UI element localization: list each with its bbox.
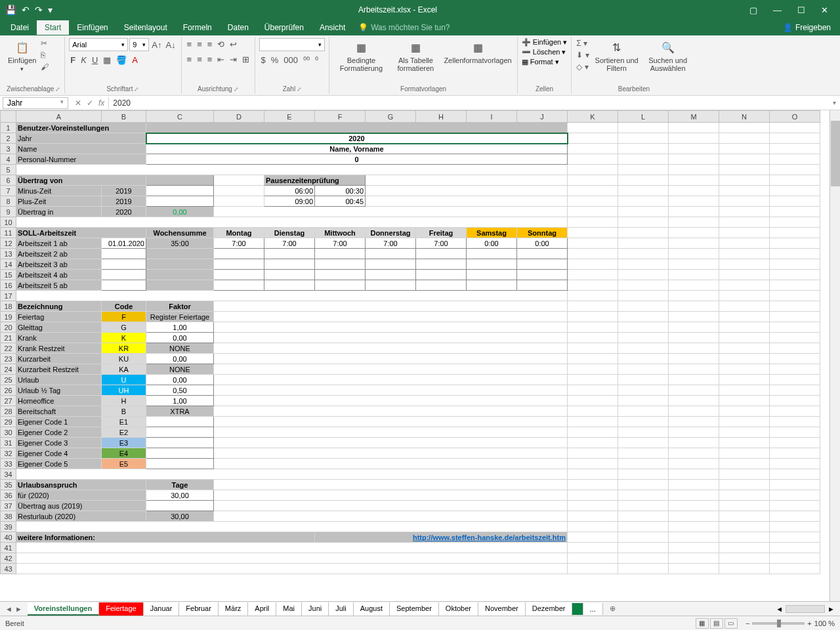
sheet-tab[interactable]: September xyxy=(390,602,439,616)
zoom-out-icon[interactable]: − xyxy=(746,620,749,627)
cell[interactable]: Übertrag in xyxy=(16,207,102,217)
font-name-select[interactable]: Arial▾ xyxy=(69,38,128,51)
cell[interactable] xyxy=(618,270,669,280)
sheet-tab[interactable]: August xyxy=(354,602,390,616)
cell[interactable]: 00:30 xyxy=(315,186,366,196)
row-header[interactable]: 18 xyxy=(1,301,16,312)
col-header[interactable]: C xyxy=(146,111,214,123)
cell[interactable] xyxy=(669,385,719,396)
cell[interactable]: Freitag xyxy=(416,228,467,238)
cell[interactable] xyxy=(214,417,568,427)
qat-dropdown-icon[interactable]: ▾ xyxy=(48,5,52,15)
cell[interactable] xyxy=(568,144,618,154)
cancel-icon[interactable]: ✕ xyxy=(75,98,81,108)
cell[interactable] xyxy=(719,480,770,490)
col-header[interactable]: K xyxy=(568,111,618,123)
cell[interactable]: K xyxy=(102,333,146,343)
cell[interactable]: Benutzer-Voreinstellungen xyxy=(16,123,146,133)
cell[interactable]: NONE xyxy=(146,343,214,354)
cell[interactable] xyxy=(669,564,719,574)
cell[interactable]: U xyxy=(102,375,146,385)
cell[interactable] xyxy=(568,228,618,238)
cell[interactable] xyxy=(719,228,770,238)
cell[interactable] xyxy=(618,333,669,343)
cell[interactable] xyxy=(669,196,719,207)
cell[interactable]: Name xyxy=(16,144,146,154)
sheet-tab[interactable]: März xyxy=(219,602,248,616)
cell[interactable] xyxy=(719,490,770,501)
cell[interactable] xyxy=(669,448,719,459)
cell[interactable] xyxy=(669,522,719,532)
cell[interactable] xyxy=(618,469,669,480)
cell[interactable] xyxy=(669,322,719,333)
cell[interactable] xyxy=(568,501,618,511)
cell[interactable] xyxy=(366,270,416,280)
cell[interactable] xyxy=(568,165,618,175)
cell[interactable] xyxy=(416,249,467,259)
cell[interactable] xyxy=(770,207,820,217)
cell[interactable] xyxy=(618,532,669,543)
redo-icon[interactable]: ↷ xyxy=(35,5,43,15)
cell[interactable] xyxy=(719,217,770,228)
cell[interactable] xyxy=(770,343,820,354)
cell[interactable]: 00:45 xyxy=(315,196,366,207)
cell[interactable]: Plus-Zeit xyxy=(16,196,102,207)
cell[interactable] xyxy=(214,270,264,280)
cell[interactable]: Montag xyxy=(214,228,264,238)
cell[interactable] xyxy=(719,522,770,532)
normal-view-icon[interactable]: ▦ xyxy=(696,618,709,629)
cell[interactable]: 2020 xyxy=(146,133,568,144)
number-format-select[interactable]: ▾ xyxy=(259,38,325,51)
cell[interactable] xyxy=(568,354,618,364)
cell[interactable] xyxy=(146,270,214,280)
cell[interactable] xyxy=(568,259,618,270)
cell[interactable]: Samstag xyxy=(467,228,517,238)
conditional-format-button[interactable]: ▦Bedingte Formatierung xyxy=(333,38,388,74)
cell[interactable] xyxy=(719,322,770,333)
cell[interactable] xyxy=(770,396,820,406)
decrease-font-icon[interactable]: A↓ xyxy=(164,39,177,51)
cell[interactable]: Bereitschaft xyxy=(16,406,102,417)
align-top-icon[interactable]: ≡ xyxy=(186,38,194,51)
row-header[interactable]: 35 xyxy=(1,480,16,490)
cell[interactable]: SOLL-Arbeitszeit xyxy=(16,228,146,238)
cell[interactable] xyxy=(719,553,770,564)
cell[interactable] xyxy=(770,291,820,301)
cell[interactable] xyxy=(770,133,820,144)
cell[interactable] xyxy=(669,270,719,280)
cell[interactable] xyxy=(719,165,770,175)
cell[interactable] xyxy=(416,280,467,291)
cell[interactable] xyxy=(669,133,719,144)
sheet-tab[interactable]: Februar xyxy=(179,602,219,616)
cell[interactable]: Feiertag xyxy=(16,312,102,322)
cell[interactable] xyxy=(719,270,770,280)
cell[interactable] xyxy=(669,186,719,196)
cell[interactable] xyxy=(669,175,719,186)
cell[interactable] xyxy=(719,427,770,438)
cell[interactable] xyxy=(214,259,264,270)
cell[interactable] xyxy=(366,259,416,270)
underline-icon[interactable]: U xyxy=(91,54,99,66)
cell[interactable] xyxy=(146,501,214,511)
row-header[interactable]: 17 xyxy=(1,291,16,301)
cell[interactable] xyxy=(618,522,669,532)
cell[interactable] xyxy=(719,301,770,312)
cell[interactable] xyxy=(16,165,568,175)
cell[interactable] xyxy=(669,238,719,249)
fill-color-icon[interactable]: 🪣 xyxy=(115,54,128,66)
cell[interactable] xyxy=(366,196,568,207)
cell[interactable] xyxy=(146,186,214,196)
cell[interactable] xyxy=(146,259,214,270)
cell[interactable] xyxy=(618,238,669,249)
zoom-level[interactable]: 100 % xyxy=(814,620,835,627)
cell[interactable] xyxy=(214,396,568,406)
cell[interactable] xyxy=(770,123,820,133)
cell[interactable]: UH xyxy=(102,385,146,396)
col-header[interactable]: G xyxy=(366,111,416,123)
cell[interactable]: Homeoffice xyxy=(16,396,102,406)
cell[interactable]: 7:00 xyxy=(264,238,315,249)
cell[interactable] xyxy=(618,501,669,511)
row-header[interactable]: 31 xyxy=(1,438,16,448)
cell[interactable] xyxy=(214,448,568,459)
cell[interactable] xyxy=(16,564,568,574)
